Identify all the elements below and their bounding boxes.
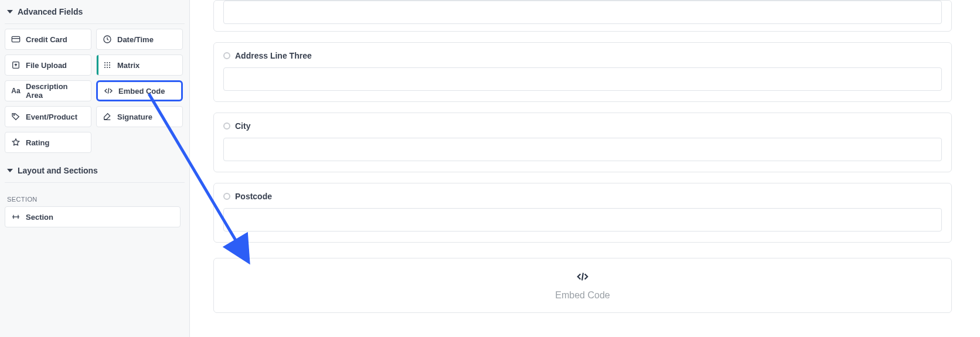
svg-point-7 <box>104 64 106 66</box>
field-file-upload[interactable]: File Upload <box>5 55 91 76</box>
svg-point-12 <box>109 67 110 68</box>
svg-point-5 <box>107 62 108 63</box>
upload-icon <box>11 60 21 70</box>
field-label: File Upload <box>26 61 67 70</box>
svg-rect-0 <box>12 36 19 42</box>
matrix-icon <box>103 60 112 70</box>
field-label: Credit Card <box>26 35 67 44</box>
field-label: Address Line Three <box>235 51 312 60</box>
field-matrix[interactable]: Matrix <box>96 55 183 76</box>
field-label: Rating <box>26 138 49 147</box>
field-label: City <box>235 121 250 131</box>
field-label: Section <box>26 213 53 222</box>
required-toggle-icon <box>223 193 230 200</box>
field-rating[interactable]: Rating <box>5 132 91 153</box>
svg-point-9 <box>109 64 110 66</box>
field-signature[interactable]: Signature <box>96 106 183 127</box>
svg-point-11 <box>107 67 108 68</box>
required-toggle-icon <box>223 122 230 130</box>
required-toggle-icon <box>223 52 230 59</box>
form-field-address-three[interactable]: Address Line Three <box>213 42 952 102</box>
credit-card-icon <box>11 35 21 44</box>
field-label: Date/Time <box>117 35 154 44</box>
section-group-label: SECTION <box>5 188 185 206</box>
field-embed-code[interactable]: Embed Code <box>96 80 183 101</box>
divider <box>5 23 185 24</box>
address-three-input[interactable] <box>223 67 942 91</box>
field-label: Matrix <box>117 61 139 70</box>
divider <box>5 182 185 183</box>
svg-point-8 <box>107 64 108 66</box>
code-icon <box>104 86 113 96</box>
embed-label: Embed Code <box>555 290 610 301</box>
layout-sections-header[interactable]: Layout and Sections <box>5 162 185 180</box>
postcode-input[interactable] <box>223 208 942 232</box>
field-description-area[interactable]: Aa Description Area <box>5 80 91 101</box>
embed-code-placeholder[interactable]: Embed Code <box>213 258 952 313</box>
form-field-postcode[interactable]: Postcode <box>213 183 952 243</box>
layout-sections-title: Layout and Sections <box>18 166 98 175</box>
caret-down-icon <box>7 169 13 172</box>
form-canvas: Address Line Three City Postcode Embed C… <box>190 0 980 313</box>
advanced-fields-title: Advanced Fields <box>18 7 83 16</box>
svg-point-4 <box>104 62 106 63</box>
svg-point-6 <box>109 62 110 63</box>
field-credit-card[interactable]: Credit Card <box>5 29 91 50</box>
svg-point-13 <box>13 114 15 115</box>
field-label: Postcode <box>235 192 272 201</box>
field-date-time[interactable]: Date/Time <box>96 29 183 50</box>
advanced-fields-header[interactable]: Advanced Fields <box>5 4 185 21</box>
clock-icon <box>103 35 112 44</box>
caret-down-icon <box>7 10 13 13</box>
field-section[interactable]: Section <box>5 206 181 227</box>
sidebar: Advanced Fields Credit Card Date/Time Fi… <box>0 0 190 337</box>
text-aa-icon: Aa <box>11 86 21 96</box>
form-field-prev[interactable] <box>213 0 952 32</box>
field-label: Signature <box>117 113 152 121</box>
star-icon <box>11 138 21 147</box>
advanced-fields-grid: Credit Card Date/Time File Upload Matrix… <box>5 29 185 153</box>
city-input[interactable] <box>223 138 942 161</box>
field-event-product[interactable]: Event/Product <box>5 106 91 127</box>
tag-icon <box>11 112 21 121</box>
signature-icon <box>103 112 112 121</box>
field-label: Event/Product <box>26 113 77 121</box>
field-label: Embed Code <box>118 87 165 96</box>
code-icon <box>576 270 589 285</box>
section-icon <box>11 212 21 222</box>
form-field-city[interactable]: City <box>213 113 952 172</box>
text-input[interactable] <box>223 1 942 24</box>
field-label: Description Area <box>26 82 85 100</box>
svg-point-10 <box>104 67 106 68</box>
